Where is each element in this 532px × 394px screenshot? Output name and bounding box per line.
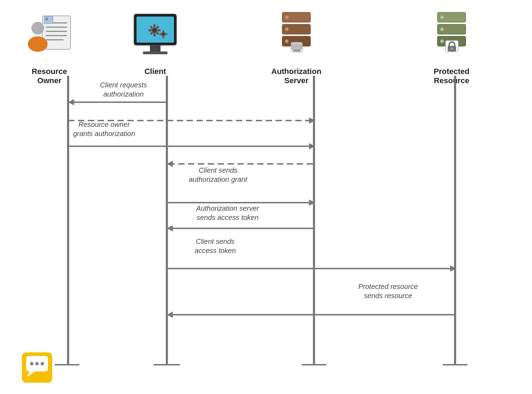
label-client-sends-access-token: Client sendsaccess token — [173, 237, 258, 255]
protected-resource-icon — [423, 7, 480, 63]
svg-point-76 — [41, 362, 44, 365]
svg-point-9 — [45, 18, 48, 20]
label-resource-owner-grants: Resource ownergrants authorization — [56, 120, 152, 138]
svg-point-50 — [451, 48, 453, 50]
svg-rect-12 — [150, 45, 161, 51]
svg-rect-16 — [153, 24, 156, 27]
lifeline-protected-resource — [454, 76, 456, 365]
svg-rect-29 — [166, 33, 168, 35]
svg-rect-28 — [159, 33, 161, 35]
svg-point-75 — [35, 362, 39, 365]
label-client-requests-authorization: Client requestsauthorization — [85, 80, 162, 99]
svg-rect-18 — [149, 29, 151, 31]
svg-point-7 — [28, 36, 48, 52]
svg-rect-13 — [143, 51, 168, 54]
client-icon — [127, 7, 183, 63]
resource-owner-label: ResourceOwner — [32, 67, 67, 86]
svg-point-15 — [153, 29, 156, 32]
client-label: Client — [144, 67, 166, 76]
svg-rect-26 — [163, 30, 164, 32]
svg-point-74 — [30, 362, 34, 365]
actor-protected-resource: ProtectedResource — [423, 7, 480, 86]
lifeline-resource-owner — [67, 76, 69, 365]
label-auth-server-sends-token: Authorization serversends access token — [173, 204, 282, 222]
svg-point-31 — [285, 16, 289, 19]
actor-client: Client — [127, 7, 183, 76]
svg-rect-19 — [158, 29, 161, 31]
svg-point-35 — [285, 39, 289, 43]
svg-rect-27 — [163, 37, 164, 38]
svg-rect-17 — [153, 34, 156, 36]
resource-owner-icon — [21, 7, 78, 63]
svg-point-25 — [162, 33, 164, 35]
lifeline-auth-server — [313, 76, 315, 365]
label-client-sends-auth-grant: Client sendsauthorization grant — [172, 166, 264, 184]
svg-point-33 — [285, 27, 289, 31]
svg-point-43 — [440, 16, 444, 19]
svg-point-47 — [440, 39, 444, 43]
svg-point-6 — [31, 22, 44, 35]
actor-auth-server: AuthorizationServer — [268, 7, 325, 86]
protected-resource-label: ProtectedResource — [434, 67, 469, 86]
label-protected-resource-sends: Protected resourcesends resource — [339, 282, 437, 300]
chat-bubble-icon — [21, 352, 53, 383]
svg-rect-8 — [44, 17, 53, 24]
auth-server-icon — [268, 7, 325, 63]
svg-point-45 — [440, 27, 444, 31]
actor-resource-owner: ResourceOwner — [21, 7, 78, 86]
oauth-flow-diagram: ResourceOwner — [0, 0, 532, 394]
svg-point-41 — [291, 47, 302, 50]
lifeline-client — [166, 76, 168, 365]
